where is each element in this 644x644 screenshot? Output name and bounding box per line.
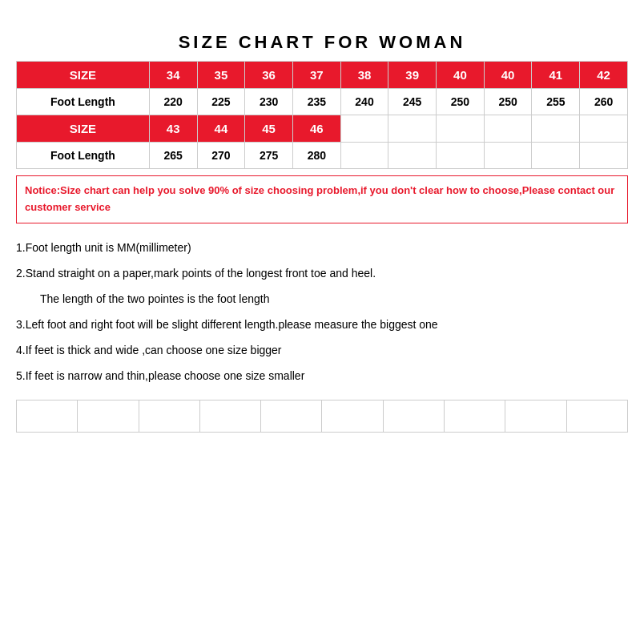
empty-cell-2 bbox=[78, 400, 139, 432]
size-42: 42 bbox=[580, 62, 628, 89]
size-34: 34 bbox=[149, 62, 197, 89]
size-empty-1 bbox=[340, 115, 388, 143]
page-title: SIZE CHART FOR WOMAN bbox=[16, 32, 628, 53]
foot-length-row-1: Foot Length 220 225 230 235 240 245 250 … bbox=[17, 89, 628, 115]
fl-235: 235 bbox=[292, 89, 340, 115]
fl-275: 275 bbox=[245, 143, 293, 169]
instruction-2b: The length of the two pointes is the foo… bbox=[40, 288, 628, 310]
empty-cell-9 bbox=[505, 400, 566, 432]
size-38: 38 bbox=[340, 62, 388, 89]
fl-250b: 250 bbox=[484, 89, 532, 115]
size-45: 45 bbox=[245, 115, 293, 143]
fl-265: 265 bbox=[149, 143, 197, 169]
size-empty-4 bbox=[484, 115, 532, 143]
size-41: 41 bbox=[532, 62, 580, 89]
size-36: 36 bbox=[245, 62, 293, 89]
fl-280: 280 bbox=[292, 143, 340, 169]
fl-220: 220 bbox=[149, 89, 197, 115]
empty-cell-5 bbox=[261, 400, 322, 432]
empty-cell-3 bbox=[139, 400, 199, 432]
header-row-2: SIZE 43 44 45 46 bbox=[17, 115, 628, 143]
size-37: 37 bbox=[292, 62, 340, 89]
empty-row bbox=[17, 400, 628, 432]
empty-cell-7 bbox=[383, 400, 444, 432]
size-46: 46 bbox=[292, 115, 340, 143]
fl-empty-2 bbox=[388, 143, 437, 169]
fl-230: 230 bbox=[245, 89, 293, 115]
notice-text: Notice:Size chart can help you solve 90%… bbox=[16, 175, 628, 223]
fl-250a: 250 bbox=[437, 89, 485, 115]
fl-240: 240 bbox=[340, 89, 388, 115]
size-empty-5 bbox=[532, 115, 580, 143]
fl-255: 255 bbox=[532, 89, 580, 115]
size-label-1: SIZE bbox=[17, 62, 150, 89]
empty-cell-8 bbox=[445, 400, 505, 432]
size-empty-3 bbox=[437, 115, 485, 143]
fl-270: 270 bbox=[197, 143, 245, 169]
fl-225: 225 bbox=[197, 89, 245, 115]
empty-cell-1 bbox=[17, 400, 78, 432]
instruction-4: 4.If feet is thick and wide ,can choose … bbox=[16, 339, 628, 361]
foot-length-label-1: Foot Length bbox=[17, 89, 150, 115]
instruction-1: 1.Foot length unit is MM(millimeter) bbox=[16, 236, 628, 259]
size-label-2: SIZE bbox=[17, 115, 150, 143]
fl-260: 260 bbox=[580, 89, 628, 115]
fl-empty-5 bbox=[532, 143, 580, 169]
empty-bottom-table bbox=[16, 400, 628, 433]
fl-empty-1 bbox=[340, 143, 388, 169]
instruction-3: 3.Left foot and right foot will be sligh… bbox=[16, 313, 628, 336]
size-40b: 40 bbox=[484, 62, 532, 89]
instruction-2: 2.Stand straight on a paper,mark points … bbox=[16, 262, 628, 284]
foot-length-label-2: Foot Length bbox=[17, 143, 150, 169]
instructions-block: 1.Foot length unit is MM(millimeter) 2.S… bbox=[16, 236, 628, 387]
header-row-1: SIZE 34 35 36 37 38 39 40 40 41 42 bbox=[17, 62, 628, 89]
size-empty-6 bbox=[580, 115, 628, 143]
empty-cell-10 bbox=[566, 400, 627, 432]
empty-cell-4 bbox=[199, 400, 260, 432]
fl-empty-6 bbox=[580, 143, 628, 169]
empty-cell-6 bbox=[322, 400, 383, 432]
fl-empty-3 bbox=[437, 143, 485, 169]
size-35: 35 bbox=[197, 62, 245, 89]
fl-245: 245 bbox=[388, 89, 437, 115]
foot-length-row-2: Foot Length 265 270 275 280 bbox=[17, 143, 628, 169]
fl-empty-4 bbox=[484, 143, 532, 169]
instruction-5: 5.If feet is narrow and thin,please choo… bbox=[16, 364, 628, 387]
size-40a: 40 bbox=[437, 62, 485, 89]
size-43: 43 bbox=[149, 115, 197, 143]
size-39: 39 bbox=[388, 62, 437, 89]
size-empty-2 bbox=[388, 115, 437, 143]
size-44: 44 bbox=[197, 115, 245, 143]
size-chart-table: SIZE 34 35 36 37 38 39 40 40 41 42 Foot … bbox=[16, 61, 628, 169]
